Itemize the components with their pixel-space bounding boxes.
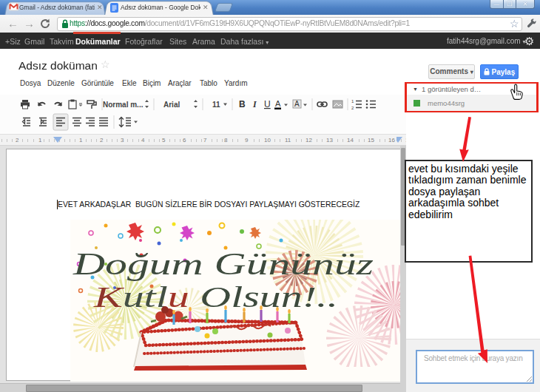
svg-text:Doğum Gününüz: Doğum Gününüz: [72, 246, 374, 281]
svg-text:2: 2: [351, 106, 354, 110]
svg-text:B: B: [239, 99, 246, 109]
svg-text:U: U: [264, 99, 271, 109]
svg-text:A: A: [275, 99, 281, 108]
svg-text:Normal m...: Normal m...: [103, 101, 144, 109]
svg-text:A: A: [294, 100, 300, 108]
svg-text:I: I: [252, 99, 257, 109]
svg-text:1: 1: [351, 99, 354, 104]
svg-text:11: 11: [212, 101, 220, 109]
svg-text:Arial: Arial: [163, 101, 180, 109]
svg-text:Kutlu Olsun!..: Kutlu Olsun!..: [93, 280, 338, 314]
